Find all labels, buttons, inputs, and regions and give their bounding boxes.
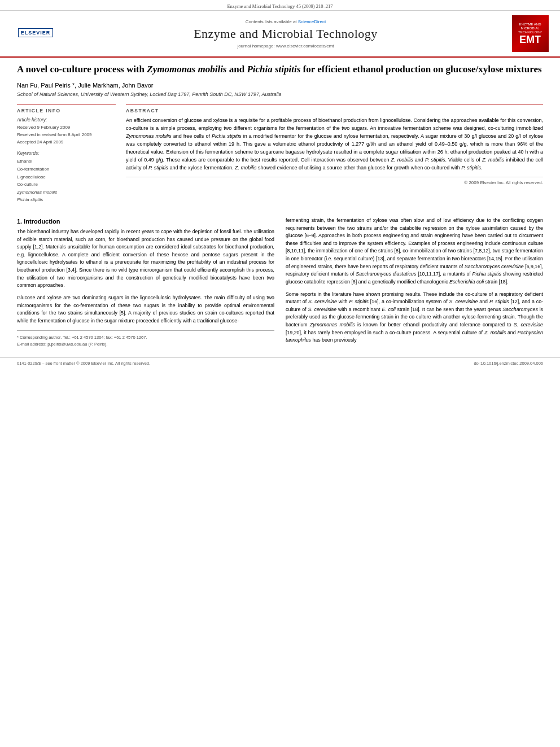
- keyword-pichia: Pichia stipitis: [17, 196, 116, 204]
- banner-right: ENZYME ANDMICROBIALTECHNOLOGY EMT: [510, 15, 550, 52]
- keyword-cofermentation: Co-fermentation: [17, 165, 116, 173]
- intro-paragraph-1: The bioethanol industry has developed ra…: [17, 228, 274, 290]
- history-label: Article history:: [17, 117, 116, 123]
- banner-left: ELSEVIER: [10, 28, 61, 39]
- page-wrapper: Enzyme and Microbial Technology 45 (2009…: [0, 0, 560, 747]
- elsevier-logo-box: ELSEVIER: [18, 28, 54, 37]
- issn-line: 0141-0229/$ – see front matter © 2009 El…: [17, 361, 150, 366]
- keyword-zymomonas: Zymomonas mobilis: [17, 189, 116, 196]
- col-right-paragraph-1: fermenting strain, the fermentation of x…: [286, 217, 543, 286]
- article-content: A novel co-culture process with Zymomona…: [0, 58, 560, 212]
- authors-line: Nan Fu, Paul Peiris *, Julie Markham, Jo…: [17, 82, 543, 89]
- col-right-paragraph-2: Some reports in the literature have show…: [286, 291, 543, 344]
- emt-logo-small-text: ENZYME ANDMICROBIALTECHNOLOGY: [518, 23, 542, 35]
- footnote-area: * Corresponding author. Tel.: +61 2 4570…: [17, 330, 274, 347]
- intro-paragraph-2: Glucose and xylose are two dominating su…: [17, 294, 274, 325]
- journal-banner: ELSEVIER Contents lists available at Sci…: [0, 11, 560, 58]
- footnote-email: E-mail address: p.peiris@uws.edu.au (P. …: [17, 341, 274, 347]
- article-title: A novel co-culture process with Zymomona…: [17, 63, 543, 76]
- abstract-col: ABSTRACT An efficient conversion of gluc…: [126, 104, 543, 204]
- article-dates: Received 9 February 2009 Received in rev…: [17, 124, 116, 146]
- keyword-lignocellulose: Lignocellulose: [17, 173, 116, 181]
- body-col-right: fermenting strain, the fermentation of x…: [286, 217, 543, 349]
- emt-logo-big-text: EMT: [519, 34, 541, 45]
- accepted-date: Accepted 24 April 2009: [17, 139, 116, 146]
- journal-header-top: Enzyme and Microbial Technology 45 (2009…: [0, 0, 560, 11]
- journal-homepage-line: journal homepage: www.elsevier.com/locat…: [61, 43, 510, 49]
- body-col-left: 1. Introduction The bioethanol industry …: [17, 217, 274, 349]
- keyword-ethanol: Ethanol: [17, 158, 116, 165]
- affiliation-line: School of Natural Sciences, University o…: [17, 91, 543, 97]
- revised-date: Received in revised form 8 April 2009: [17, 132, 116, 139]
- footnote-star: * Corresponding author. Tel.: +61 2 4570…: [17, 334, 274, 340]
- keywords-list: Ethanol Co-fermentation Lignocellulose C…: [17, 158, 116, 204]
- intro-heading: 1. Introduction: [17, 218, 274, 225]
- banner-center: Contents lists available at ScienceDirec…: [61, 19, 510, 49]
- keyword-coculture: Co-culture: [17, 181, 116, 189]
- bottom-bar: 0141-0229/$ – see front matter © 2009 El…: [0, 357, 560, 369]
- journal-citation: Enzyme and Microbial Technology 45 (2009…: [227, 3, 333, 9]
- article-info-label: ARTICLE INFO: [17, 108, 116, 113]
- abstract-text: An efficient conversion of glucose and x…: [126, 117, 543, 172]
- article-info-col: ARTICLE INFO Article history: Received 9…: [17, 104, 116, 204]
- copyright-line: © 2009 Elsevier Inc. All rights reserved…: [126, 177, 543, 185]
- doi-line: doi:10.1016/j.enzmictec.2009.04.006: [474, 361, 543, 366]
- body-columns: 1. Introduction The bioethanol industry …: [17, 217, 543, 349]
- emt-logo: ENZYME ANDMICROBIALTECHNOLOGY EMT: [512, 15, 549, 52]
- sciencedirect-link[interactable]: ScienceDirect: [298, 19, 326, 24]
- contents-text: Contents lists available at: [246, 19, 297, 24]
- contents-available-line: Contents lists available at ScienceDirec…: [61, 19, 510, 24]
- abstract-label: ABSTRACT: [126, 108, 543, 113]
- received-date: Received 9 February 2009: [17, 124, 116, 132]
- keywords-label: Keywords:: [17, 150, 116, 156]
- info-abstract-cols: ARTICLE INFO Article history: Received 9…: [17, 104, 543, 204]
- journal-title-banner: Enzyme and Microbial Technology: [61, 27, 510, 41]
- main-body: 1. Introduction The bioethanol industry …: [0, 212, 560, 357]
